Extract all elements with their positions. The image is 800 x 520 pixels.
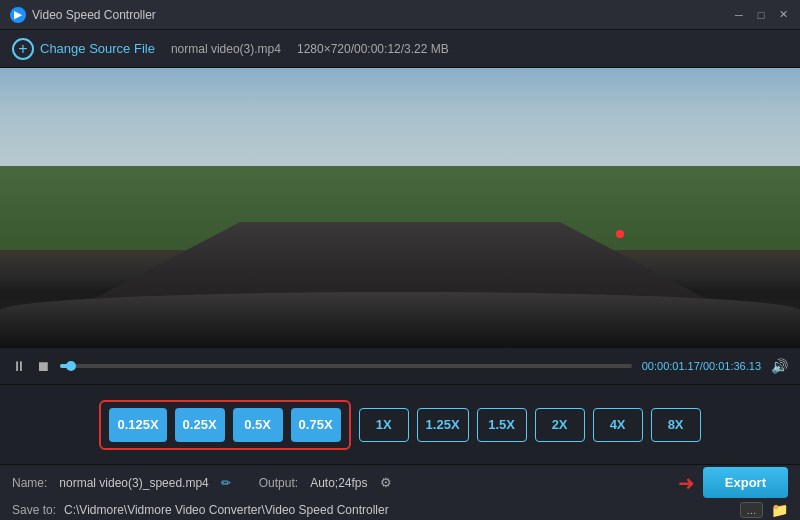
edit-name-icon[interactable]: ✏ xyxy=(221,476,231,490)
change-source-button[interactable]: + Change Source File xyxy=(12,38,155,60)
window-controls: ─ □ ✕ xyxy=(732,8,790,22)
volume-icon[interactable]: 🔊 xyxy=(771,358,788,374)
output-value: Auto;24fps xyxy=(310,476,367,490)
save-path-row: Save to: C:\Vidmore\Vidmore Video Conver… xyxy=(12,502,788,518)
change-source-label: Change Source File xyxy=(40,41,155,56)
settings-icon[interactable]: ⚙ xyxy=(380,475,392,490)
speed-button-15x[interactable]: 1.5X xyxy=(477,408,527,442)
toolbar: + Change Source File normal video(3).mp4… xyxy=(0,30,800,68)
selected-speed-group: 0.125X 0.25X 0.5X 0.75X xyxy=(99,400,350,450)
speed-button-4x[interactable]: 4X xyxy=(593,408,643,442)
speed-button-025x[interactable]: 0.25X xyxy=(175,408,225,442)
speed-button-8x[interactable]: 8X xyxy=(651,408,701,442)
minimize-button[interactable]: ─ xyxy=(732,8,746,22)
save-to-label: Save to: xyxy=(12,503,56,517)
output-info-row: Name: normal video(3)_speed.mp4 ✏ Output… xyxy=(12,467,788,498)
output-file-name: normal video(3)_speed.mp4 xyxy=(59,476,208,490)
sky-layer xyxy=(0,68,800,180)
speed-button-075x[interactable]: 0.75X xyxy=(291,408,341,442)
playback-controls: ⏸ ⏹ 00:00:01.17/00:01:36.13 🔊 xyxy=(0,348,800,384)
speed-button-05x[interactable]: 0.5X xyxy=(233,408,283,442)
save-path: C:\Vidmore\Vidmore Video Converter\Video… xyxy=(64,503,732,517)
export-arrow-icon: ➜ xyxy=(678,471,695,495)
title-bar: ▶ Video Speed Controller ─ □ ✕ xyxy=(0,0,800,30)
dashboard-layer xyxy=(0,292,800,348)
browse-path-button[interactable]: ... xyxy=(740,502,763,518)
stop-button[interactable]: ⏹ xyxy=(36,358,50,374)
play-button[interactable]: ⏸ xyxy=(12,358,26,374)
app-icon: ▶ xyxy=(10,7,26,23)
speed-controls: 0.125X 0.25X 0.5X 0.75X 1X 1.25X 1.5X 2X… xyxy=(0,384,800,464)
app-title: Video Speed Controller xyxy=(32,8,156,22)
folder-icon[interactable]: 📁 xyxy=(771,502,788,518)
speed-button-0125x[interactable]: 0.125X xyxy=(109,408,166,442)
close-button[interactable]: ✕ xyxy=(776,8,790,22)
plus-circle-icon: + xyxy=(12,38,34,60)
file-name: normal video(3).mp4 xyxy=(171,42,281,56)
video-frame xyxy=(0,68,800,348)
file-metadata: 1280×720/00:00:12/3.22 MB xyxy=(297,42,449,56)
export-button[interactable]: Export xyxy=(703,467,788,498)
time-display: 00:00:01.17/00:01:36.13 xyxy=(642,360,761,372)
speed-button-1x[interactable]: 1X xyxy=(359,408,409,442)
progress-thumb xyxy=(66,361,76,371)
bottom-bar: Name: normal video(3)_speed.mp4 ✏ Output… xyxy=(0,464,800,520)
video-player[interactable] xyxy=(0,68,800,348)
name-label: Name: xyxy=(12,476,47,490)
speed-button-125x[interactable]: 1.25X xyxy=(417,408,469,442)
maximize-button[interactable]: □ xyxy=(754,8,768,22)
speed-button-2x[interactable]: 2X xyxy=(535,408,585,442)
progress-bar[interactable] xyxy=(60,364,632,368)
output-label: Output: xyxy=(259,476,298,490)
